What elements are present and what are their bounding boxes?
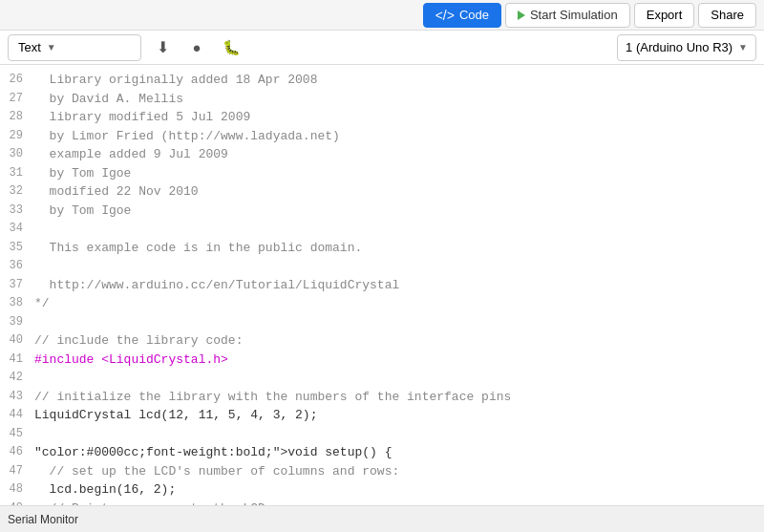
download-button[interactable]: ⬇ xyxy=(149,34,176,61)
line-number: 46 xyxy=(0,443,34,462)
board-chevron-icon: ▼ xyxy=(738,42,748,53)
line-code: by Limor Fried (http://www.ladyada.net) xyxy=(34,127,764,146)
code-editor: 26 Library originally added 18 Apr 20082… xyxy=(0,65,764,505)
line-code: example added 9 Jul 2009 xyxy=(34,145,764,164)
line-number: 44 xyxy=(0,406,34,425)
board-label: 1 (Arduino Uno R3) xyxy=(626,40,732,54)
line-code: modified 22 Nov 2010 xyxy=(34,182,764,202)
line-code: // Print a message to the LCD. xyxy=(34,500,764,506)
code-line: 39 xyxy=(0,313,764,332)
save-icon: ● xyxy=(192,39,201,55)
subtoolbar-left: Text ▼ ⬇ ● 🐛 xyxy=(8,34,244,61)
serial-monitor-label: Serial Monitor xyxy=(8,513,78,526)
export-label: Export xyxy=(647,8,683,22)
line-code: lcd.begin(16, 2); xyxy=(34,480,764,500)
code-line: 49 // Print a message to the LCD. xyxy=(0,500,764,506)
line-number: 34 xyxy=(0,220,34,239)
save-button[interactable]: ● xyxy=(183,34,210,61)
start-simulation-label: Start Simulation xyxy=(530,8,618,22)
line-code: LiquidCrystal lcd(12, 11, 5, 4, 3, 2); xyxy=(34,406,764,425)
line-number: 47 xyxy=(0,462,34,481)
chevron-down-icon: ▼ xyxy=(47,42,56,53)
line-code xyxy=(34,220,764,239)
code-line: 35 This example code is in the public do… xyxy=(0,239,764,258)
code-line: 27 by David A. Mellis xyxy=(0,90,764,109)
line-number: 30 xyxy=(0,145,34,164)
line-number: 32 xyxy=(0,182,34,202)
bug-icon: 🐛 xyxy=(223,39,241,56)
line-code: This example code is in the public domai… xyxy=(34,239,764,258)
text-label: Text xyxy=(18,40,41,54)
export-button[interactable]: Export xyxy=(634,3,695,28)
line-code: // include the library code: xyxy=(34,331,764,351)
code-line: 31 by Tom Igoe xyxy=(0,164,764,183)
code-icon: </> xyxy=(435,8,455,23)
code-line: 33 by Tom Igoe xyxy=(0,202,764,221)
share-label: Share xyxy=(711,8,744,22)
code-label: Code xyxy=(459,8,489,22)
code-line: 30 example added 9 Jul 2009 xyxy=(0,145,764,164)
line-number: 49 xyxy=(0,500,34,506)
line-number: 35 xyxy=(0,239,34,258)
line-code: by Tom Igoe xyxy=(34,202,764,221)
code-line: 44LiquidCrystal lcd(12, 11, 5, 4, 3, 2); xyxy=(0,406,764,425)
line-code: #include <LiquidCrystal.h> xyxy=(34,351,764,370)
line-code xyxy=(34,313,764,332)
line-code xyxy=(34,257,764,276)
line-code: by Tom Igoe xyxy=(34,164,764,183)
code-line: 34 xyxy=(0,220,764,239)
line-code: by David A. Mellis xyxy=(34,90,764,109)
code-line: 36 xyxy=(0,257,764,276)
code-line: 32 modified 22 Nov 2010 xyxy=(0,182,764,202)
line-number: 48 xyxy=(0,480,34,500)
statusbar: Serial Monitor xyxy=(0,505,764,532)
line-number: 36 xyxy=(0,257,34,276)
share-button[interactable]: Share xyxy=(698,3,756,28)
line-code xyxy=(34,369,764,388)
line-number: 41 xyxy=(0,351,34,370)
code-line: 29 by Limor Fried (http://www.ladyada.ne… xyxy=(0,127,764,146)
code-line: 26 Library originally added 18 Apr 2008 xyxy=(0,71,764,90)
line-number: 28 xyxy=(0,108,34,127)
start-simulation-button[interactable]: Start Simulation xyxy=(505,3,630,28)
line-code: http://www.arduino.cc/en/Tutorial/Liquid… xyxy=(34,276,764,295)
code-line: 48 lcd.begin(16, 2); xyxy=(0,480,764,500)
line-number: 42 xyxy=(0,369,34,388)
line-number: 45 xyxy=(0,425,34,444)
code-line: 41#include <LiquidCrystal.h> xyxy=(0,351,764,370)
code-button[interactable]: </> Code xyxy=(423,3,501,28)
top-toolbar: </> Code Start Simulation Export Share xyxy=(0,0,764,31)
line-number: 33 xyxy=(0,202,34,221)
code-line: 47 // set up the LCD's number of columns… xyxy=(0,462,764,481)
line-code: library modified 5 Jul 2009 xyxy=(34,108,764,127)
subtoolbar: Text ▼ ⬇ ● 🐛 1 (Arduino Uno R3) ▼ xyxy=(0,31,764,65)
line-number: 39 xyxy=(0,313,34,332)
line-number: 43 xyxy=(0,388,34,407)
line-number: 40 xyxy=(0,331,34,351)
line-code: // initialize the library with the numbe… xyxy=(34,388,764,407)
line-code: // set up the LCD's number of columns an… xyxy=(34,462,764,481)
debug-button[interactable]: 🐛 xyxy=(218,34,244,61)
code-line: 28 library modified 5 Jul 2009 xyxy=(0,108,764,127)
line-number: 38 xyxy=(0,294,34,313)
code-line: 43// initialize the library with the num… xyxy=(0,388,764,407)
board-selector[interactable]: 1 (Arduino Uno R3) ▼ xyxy=(617,34,756,61)
code-line: 38*/ xyxy=(0,294,764,313)
line-number: 26 xyxy=(0,71,34,90)
line-code: "color:#0000cc;font-weight:bold;">void s… xyxy=(34,443,764,462)
line-number: 29 xyxy=(0,127,34,146)
line-code: */ xyxy=(34,294,764,313)
line-code xyxy=(34,425,764,444)
code-content[interactable]: 26 Library originally added 18 Apr 20082… xyxy=(0,65,764,505)
subtoolbar-right: 1 (Arduino Uno R3) ▼ xyxy=(617,34,756,61)
text-dropdown[interactable]: Text ▼ xyxy=(8,34,141,61)
line-number: 37 xyxy=(0,276,34,295)
code-line: 45 xyxy=(0,425,764,444)
play-icon xyxy=(518,11,525,20)
code-line: 46"color:#0000cc;font-weight:bold;">void… xyxy=(0,443,764,462)
line-number: 31 xyxy=(0,164,34,183)
code-line: 42 xyxy=(0,369,764,388)
line-code: Library originally added 18 Apr 2008 xyxy=(34,71,764,90)
line-number: 27 xyxy=(0,90,34,109)
code-line: 40// include the library code: xyxy=(0,331,764,351)
